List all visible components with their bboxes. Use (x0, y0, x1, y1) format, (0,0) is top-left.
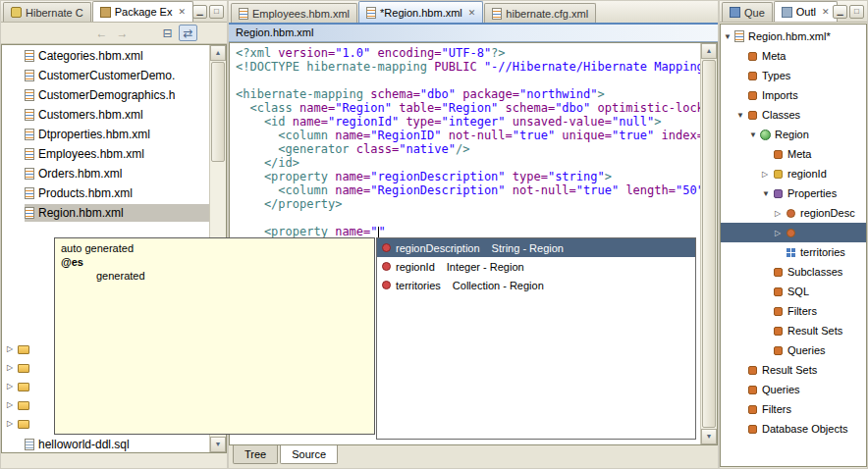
outline-label: Subclasses (787, 266, 842, 278)
outline-item-queries[interactable]: Queries (721, 340, 866, 360)
scroll-down-button[interactable]: ▼ (210, 437, 226, 452)
twistie-icon[interactable]: ▷ (7, 344, 18, 353)
outline-item-result-sets[interactable]: Result Sets (721, 360, 866, 380)
twistie-icon[interactable]: ▷ (7, 363, 18, 372)
outline-item-imports[interactable]: Imports (721, 85, 866, 105)
scroll-down-button[interactable]: ▼ (701, 429, 717, 444)
scroll-up-button[interactable]: ▲ (701, 43, 717, 59)
scroll-thumb[interactable] (702, 60, 716, 428)
outline-item-subclasses[interactable]: Subclasses (721, 262, 866, 282)
node-icon (774, 150, 783, 159)
outline-item-sql[interactable]: SQL (721, 282, 866, 301)
collapse-all-icon[interactable]: ⊟ (158, 25, 177, 41)
tab-outl[interactable]: Outl✕ (774, 1, 838, 22)
twistie-icon[interactable]: ▷ (775, 229, 786, 237)
outline-label: Region (775, 129, 809, 140)
props-icon (774, 189, 783, 198)
scroll-thumb[interactable] (211, 62, 225, 162)
tab-region-hbm-xml[interactable]: *Region.hbm.xml✕ (358, 1, 483, 23)
file-item-region-hbm-xml[interactable]: Region.hbm.xml (2, 203, 209, 223)
outline-item-queries[interactable]: Queries (721, 380, 866, 399)
completion-label: regionId (396, 261, 435, 273)
outline-label: Result Sets (762, 364, 817, 376)
twistie-icon[interactable]: ▼ (762, 189, 773, 198)
scroll-up-button[interactable]: ▲ (210, 45, 226, 61)
completion-item-regionid[interactable]: regionIdInteger - Region (377, 257, 695, 276)
code-token: package= (456, 87, 519, 101)
file-item-categories-hbm-xml[interactable]: Categories.hbm.xml (2, 46, 209, 66)
twistie-icon[interactable]: ▼ (749, 130, 760, 139)
outline-item-region-hbm-xml[interactable]: ▼Region.hbm.xml* (721, 26, 866, 46)
file-label: CustomerCustomerDemo. (38, 69, 175, 82)
code-token: <id (236, 115, 293, 129)
forward-icon[interactable]: → (113, 25, 132, 41)
tab-hibernate-c[interactable]: Hibernate C (3, 2, 91, 22)
outline-item-database-objects[interactable]: Database Objects (721, 419, 866, 439)
outline-item-types[interactable]: Types (721, 66, 866, 85)
outline-item-regionid[interactable]: ▷regionId (721, 164, 866, 183)
tab-employees-hbm-xml[interactable]: Employees.hbm.xml (231, 3, 357, 23)
outline-item-meta[interactable]: Meta (721, 46, 866, 66)
folder-icon (18, 383, 29, 391)
xml-file-icon (25, 89, 34, 101)
node-icon (774, 327, 783, 336)
twistie-icon[interactable]: ▷ (7, 400, 18, 409)
file-item-products-hbm-xml[interactable]: Products.hbm.xml (2, 183, 209, 203)
code-token: version= (278, 46, 335, 60)
tab-que[interactable]: Que (722, 2, 773, 22)
code-token: "Region" (335, 101, 392, 115)
file-item-customers-hbm-xml[interactable]: Customers.hbm.xml (2, 105, 209, 125)
back-icon[interactable]: ← (92, 25, 111, 41)
outline-item-properties[interactable]: ▼Properties (721, 183, 866, 203)
file-item-helloworld-ddl-sql[interactable]: helloworld-ddl.sql (2, 435, 209, 453)
code-token: optimistic-lock= (590, 101, 700, 115)
maximize-view-button[interactable]: □ (209, 5, 224, 19)
editor-scrollbar[interactable]: ▲ ▼ (700, 43, 717, 444)
file-item-orders-hbm-xml[interactable]: Orders.hbm.xml (2, 164, 209, 183)
outline-item-classes[interactable]: ▼Classes (721, 105, 866, 125)
code-token: unique= (555, 129, 612, 142)
code-token: "integer" (442, 115, 506, 129)
maximize-view-button[interactable]: □ (849, 5, 864, 19)
file-item-employees-hbm-xml[interactable]: Employees.hbm.xml (2, 144, 209, 164)
view-window-buttons: ▁□ (833, 5, 864, 19)
twistie-icon[interactable]: ▷ (762, 170, 773, 179)
tab-tree[interactable]: Tree (233, 445, 278, 464)
outline-label: Queries (762, 384, 800, 395)
outline-item-filters[interactable]: Filters (721, 399, 866, 419)
completion-item-regiondescription[interactable]: regionDescriptionString - Region (377, 238, 695, 257)
code-token: name= (299, 101, 335, 115)
close-icon[interactable]: ✕ (178, 7, 186, 17)
tab-source[interactable]: Source (280, 445, 338, 464)
twistie-icon[interactable]: ▷ (775, 209, 786, 218)
close-icon[interactable]: ✕ (822, 7, 830, 17)
tab-hibernate-cfg-xml[interactable]: hibernate.cfg.xml (484, 3, 596, 23)
code-token: not-null= (506, 183, 576, 197)
twistie-icon[interactable]: ▷ (7, 419, 18, 428)
completion-item-territories[interactable]: territoriesCollection - Region (377, 276, 695, 294)
outline-item-territories[interactable]: territories (721, 242, 866, 262)
outline-item-regiondesc[interactable]: ▷regionDesc (721, 203, 866, 223)
code-line: <class name="Region" table="Region" sche… (236, 101, 700, 115)
outline-item-region[interactable]: ▼Region (721, 125, 866, 144)
link-with-editor-icon[interactable]: ⇄ (179, 25, 197, 41)
outline-item-result-sets[interactable]: Result Sets (721, 321, 866, 340)
file-item-customercustomerdemo[interactable]: CustomerCustomerDemo. (2, 66, 209, 85)
outline-body: ▼Region.hbm.xml*MetaTypesImports▼Classes… (720, 24, 867, 467)
outline-item-filters[interactable]: Filters (721, 301, 866, 321)
twistie-icon[interactable]: ▷ (7, 382, 18, 391)
outline-item-new-property[interactable]: ▷ (721, 223, 866, 242)
outline-item-meta[interactable]: Meta (721, 144, 866, 164)
tooltip-line: @es (61, 255, 368, 269)
minimize-view-button[interactable]: ▁ (833, 5, 847, 19)
minimize-view-button[interactable]: ▁ (192, 5, 207, 19)
code-token: table= (392, 101, 442, 115)
file-item-customerdemographics-h[interactable]: CustomerDemographics.h (2, 85, 209, 105)
twistie-icon[interactable]: ▼ (724, 32, 734, 41)
file-item-dtproperties-hbm-xml[interactable]: Dtproperties.hbm.xml (2, 125, 209, 144)
code-token: > (654, 115, 661, 129)
close-icon[interactable]: ✕ (468, 8, 476, 18)
twistie-icon[interactable]: ▼ (736, 111, 747, 120)
tab-label: *Region.hbm.xml (380, 7, 462, 19)
tab-package-ex[interactable]: Package Ex✕ (92, 1, 193, 22)
